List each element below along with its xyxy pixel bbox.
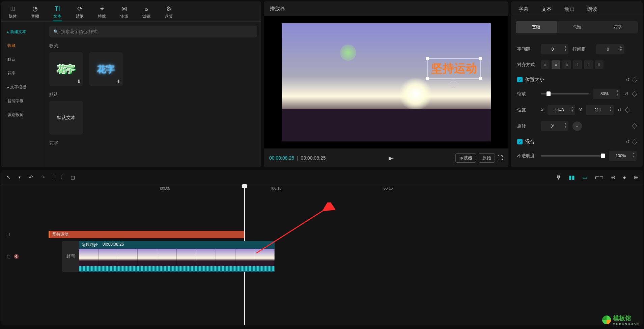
download-icon[interactable]: ⬇ bbox=[117, 79, 121, 84]
slider-scale[interactable] bbox=[541, 93, 589, 94]
rtab-text[interactable]: 文本 bbox=[541, 6, 552, 12]
clip-duration: 00:00:08:25 bbox=[103, 242, 124, 248]
video-frame: 坚持运动 bbox=[282, 23, 491, 141]
tab-adjust[interactable]: ⚙调节 bbox=[164, 4, 173, 21]
label-opacity: 不透明度 bbox=[517, 153, 537, 159]
input-pos-x[interactable]: 1148▲▼ bbox=[548, 105, 575, 115]
keyframe-icon[interactable] bbox=[625, 107, 631, 113]
sidebar-item-text-template[interactable]: 文字模板 bbox=[1, 80, 45, 94]
subtab-huazi[interactable]: 花字 bbox=[597, 21, 638, 33]
tab-sticker[interactable]: ⟳贴纸 bbox=[75, 4, 84, 21]
sidebar-item-huazi[interactable]: 花字 bbox=[1, 66, 45, 80]
keyframe-icon[interactable] bbox=[632, 77, 638, 83]
rtab-subtitle[interactable]: 字幕 bbox=[519, 6, 529, 12]
text-clip[interactable]: 坚持运动 bbox=[49, 231, 244, 238]
label-line-spacing: 行间距 bbox=[572, 46, 592, 52]
section-default: 默认 bbox=[49, 91, 257, 98]
zoom-fit-icon[interactable]: ⊕ bbox=[634, 174, 638, 181]
effect-icon: ✦ bbox=[99, 5, 105, 12]
video-clip[interactable]: 清晨跑步00:00:08:25 bbox=[79, 241, 275, 272]
player-viewport[interactable]: 坚持运动 bbox=[264, 16, 508, 148]
sidebar-item-default[interactable]: 默认 bbox=[1, 53, 45, 66]
sidebar-item-new-text[interactable]: 新建文本 bbox=[1, 25, 45, 39]
text-overlay-box[interactable]: 坚持运动 bbox=[427, 58, 481, 79]
align-v2-icon[interactable]: ⫴ bbox=[584, 60, 593, 69]
input-rotation[interactable]: 0°▲▼ bbox=[541, 121, 568, 131]
cursor-tool-icon[interactable]: ↖ bbox=[6, 174, 10, 181]
subtab-bubble[interactable]: 气泡 bbox=[557, 21, 597, 33]
clip-name: 清晨跑步 bbox=[82, 242, 98, 248]
slider-opacity[interactable] bbox=[541, 155, 605, 157]
zoom-slider-icon[interactable]: ● bbox=[623, 174, 626, 181]
cover-button[interactable]: 封面 bbox=[62, 241, 79, 272]
checkbox-position-size[interactable]: ✓ bbox=[517, 77, 523, 82]
download-icon[interactable]: ⬇ bbox=[77, 79, 81, 84]
sidebar-item-recognize-lyrics[interactable]: 识别歌词 bbox=[1, 108, 45, 122]
play-button[interactable]: ▶ bbox=[389, 155, 393, 161]
tab-filter[interactable]: ⴰ滤镜 bbox=[142, 4, 151, 21]
tab-audio[interactable]: ◔音频 bbox=[30, 4, 40, 21]
reset-icon[interactable]: ↺ bbox=[618, 107, 622, 113]
sidebar-item-smart-subtitle[interactable]: 智能字幕 bbox=[1, 94, 45, 108]
ruler-mark: |00:05 bbox=[160, 186, 170, 190]
audio-icon: ◔ bbox=[32, 5, 38, 12]
input-letter-spacing[interactable]: 0▲▼ bbox=[541, 44, 568, 54]
tab-media[interactable]: ▸⃞媒体 bbox=[8, 4, 18, 21]
section-huazi: 花字 bbox=[49, 140, 257, 146]
section-favorites: 收藏 bbox=[49, 43, 257, 49]
subtab-basic[interactable]: 基础 bbox=[516, 21, 557, 33]
reset-icon[interactable]: ↺ bbox=[624, 91, 628, 97]
keyframe-icon[interactable] bbox=[632, 91, 638, 97]
fullscreen-icon[interactable]: ⛶ bbox=[498, 155, 503, 161]
zoom-out-icon[interactable]: ⊖ bbox=[611, 174, 615, 181]
input-opacity[interactable]: 100%▲▼ bbox=[609, 151, 637, 161]
rotation-dial-icon[interactable]: − bbox=[572, 121, 582, 131]
tab-text[interactable]: TI文本 bbox=[53, 4, 62, 21]
sidebar-item-favorites[interactable]: 收藏 bbox=[1, 39, 45, 53]
tab-transition[interactable]: ⋈转场 bbox=[119, 4, 129, 21]
keyframe-icon[interactable] bbox=[632, 139, 638, 145]
split-icon[interactable]: 〕〔 bbox=[52, 174, 63, 181]
rtab-read[interactable]: 朗读 bbox=[587, 6, 597, 12]
search-bar[interactable]: 🔍 bbox=[49, 26, 257, 37]
label-blend: 混合 bbox=[525, 139, 535, 145]
preset-default-text[interactable]: 默认文本 bbox=[49, 101, 83, 135]
align-right-icon[interactable]: ≡ bbox=[562, 60, 571, 69]
mute-icon[interactable]: 🔇 bbox=[14, 254, 19, 259]
magnet-main-icon[interactable]: ▮▮ bbox=[569, 174, 575, 181]
time-current: 00:00:08:25 bbox=[269, 155, 294, 161]
label-position: 位置 bbox=[517, 107, 537, 113]
label-y: Y bbox=[579, 108, 582, 112]
tab-effect[interactable]: ✦特效 bbox=[97, 4, 107, 21]
reset-icon[interactable]: ↺ bbox=[626, 77, 630, 82]
original-button[interactable]: 原始 bbox=[479, 153, 495, 163]
input-pos-y[interactable]: 211▲▼ bbox=[586, 105, 614, 115]
input-line-spacing[interactable]: 0▲▼ bbox=[596, 44, 624, 54]
text-icon: TI bbox=[54, 5, 61, 12]
timeline-ruler[interactable]: |00:05 |00:10 |00:15 bbox=[49, 185, 643, 192]
link-icon[interactable]: ⊏⊐ bbox=[595, 174, 604, 181]
undo-icon[interactable]: ↶ bbox=[29, 174, 33, 181]
align-left-icon[interactable]: ≡ bbox=[541, 60, 550, 69]
overlay-text: 坚持运动 bbox=[431, 61, 477, 76]
checkbox-blend[interactable]: ✓ bbox=[517, 139, 523, 144]
crop-icon[interactable]: ◻ bbox=[71, 174, 75, 181]
search-input[interactable] bbox=[61, 29, 253, 34]
input-scale[interactable]: 80%▲▼ bbox=[593, 89, 620, 99]
align-v3-icon[interactable]: ⫴ bbox=[595, 60, 604, 69]
keyframe-icon[interactable] bbox=[632, 124, 638, 129]
reset-icon[interactable]: ↺ bbox=[626, 139, 630, 144]
align-center-icon[interactable]: ≡ bbox=[552, 60, 560, 69]
mic-icon[interactable]: 🎙 bbox=[556, 174, 561, 181]
preset-huazi-1[interactable]: 花字⬇ bbox=[49, 52, 83, 86]
redo-icon[interactable]: ↷ bbox=[40, 174, 45, 181]
video-track-icon: ▢ bbox=[7, 254, 10, 259]
rtab-animation[interactable]: 动画 bbox=[564, 6, 575, 12]
label-rotation: 旋转 bbox=[517, 123, 537, 129]
rotate-handle-icon[interactable] bbox=[450, 81, 457, 88]
preset-huazi-2[interactable]: 花字⬇ bbox=[89, 52, 123, 86]
align-v1-icon[interactable]: ⫴ bbox=[573, 60, 582, 69]
magnet-alt-icon[interactable]: ▭ bbox=[582, 174, 587, 181]
oscilloscope-button[interactable]: 示波器 bbox=[455, 153, 476, 163]
cursor-dropdown-icon[interactable]: ▼ bbox=[18, 175, 21, 179]
